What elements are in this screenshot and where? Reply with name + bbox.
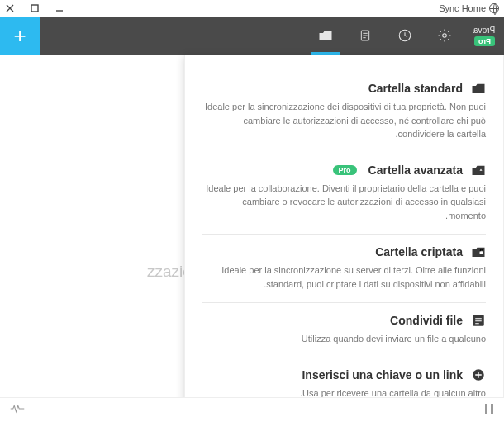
- globe-icon: [489, 3, 499, 13]
- folder-icon: [471, 81, 486, 96]
- menu-item-desc: Utilizza quando devi inviare un file a q…: [205, 332, 486, 346]
- activity-icon[interactable]: [10, 403, 25, 418]
- folder-advanced-icon: [471, 163, 486, 178]
- svg-rect-0: [31, 5, 38, 12]
- folders-tab[interactable]: [306, 17, 345, 55]
- menu-item-standard-folder[interactable]: Cartella standard Ideale per la sincroni…: [202, 71, 486, 153]
- menu-item-encrypted-folder[interactable]: Cartella criptata Ideale per la sincroni…: [202, 234, 486, 302]
- svg-rect-8: [491, 404, 493, 414]
- main-toolbar: Prova Pro +: [0, 17, 504, 55]
- close-icon[interactable]: [5, 3, 15, 13]
- plus-icon: +: [13, 23, 26, 49]
- document-icon: [359, 29, 372, 42]
- svg-rect-5: [473, 315, 484, 326]
- folder-lock-icon: [471, 244, 486, 259]
- plus-circle-icon: [471, 367, 486, 382]
- menu-item-title: Cartella avanzata: [368, 164, 463, 177]
- menu-item-title: Condividi file: [390, 314, 463, 327]
- share-icon: [471, 313, 486, 328]
- svg-rect-4: [480, 251, 484, 254]
- window-controls: [5, 3, 64, 13]
- settings-tab[interactable]: [425, 17, 464, 55]
- menu-item-advanced-folder[interactable]: Cartella avanzata Pro Ideale per la coll…: [202, 153, 486, 235]
- svg-point-1: [443, 34, 447, 38]
- history-icon: [397, 28, 412, 43]
- add-button[interactable]: +: [0, 17, 40, 55]
- svg-rect-7: [485, 404, 487, 414]
- gear-icon: [437, 28, 452, 43]
- menu-item-desc: Ideale per la collaborazione. Diventi il…: [205, 182, 486, 223]
- menu-item-desc: Ideale per la sincronizzazione su server…: [205, 263, 486, 291]
- add-menu-dropdown: Cartella standard Ideale per la sincroni…: [184, 55, 504, 422]
- window-titlebar: Sync Home: [0, 0, 504, 17]
- menu-item-title: Inserisci una chiave o un link: [302, 368, 463, 382]
- menu-item-title: Cartella standard: [368, 82, 463, 95]
- history-tab[interactable]: [385, 17, 425, 55]
- pro-badge: Pro: [474, 36, 495, 46]
- minimize-icon[interactable]: [55, 3, 64, 13]
- maximize-icon[interactable]: [30, 3, 40, 13]
- menu-item-title: Cartella criptata: [375, 245, 463, 258]
- folder-icon: [318, 29, 333, 42]
- status-bar: [0, 397, 504, 422]
- menu-item-share-file[interactable]: Condividi file Utilizza quando devi invi…: [202, 302, 486, 358]
- menu-item-desc: Ideale per la sincronizzazione dei dispo…: [205, 100, 486, 141]
- trial-badge[interactable]: Prova Pro: [464, 17, 504, 55]
- window-title-area: Sync Home: [439, 3, 499, 13]
- window-title: Sync Home: [439, 3, 486, 13]
- files-tab[interactable]: [345, 17, 385, 55]
- pro-badge: Pro: [333, 165, 357, 175]
- pause-button[interactable]: [484, 403, 494, 418]
- trial-label: Prova: [473, 26, 495, 35]
